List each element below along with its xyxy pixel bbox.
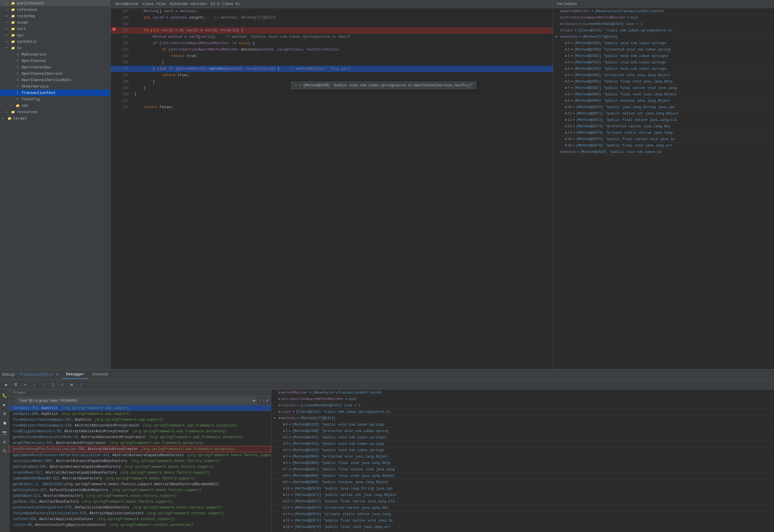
var-item-10[interactable]: ≡ 10 = {Method@2070} "public java.lang.S… <box>553 104 774 110</box>
sidebar-item-myexception[interactable]: CMyException <box>0 51 110 58</box>
debug-icon[interactable]: 🐛 <box>1 392 8 399</box>
frame-item[interactable]: postProcessAfterInitialization:299, Abst… <box>9 446 271 452</box>
var-expand[interactable]: ▼ <box>555 35 560 39</box>
var-item-4[interactable]: ≡ 4 = {Method@2433} "public void com.lub… <box>553 66 774 72</box>
debug-var-item-method[interactable]: ≡ method = {Method@2429} "public void co… <box>271 530 774 532</box>
settings-btn[interactable]: ⋮ <box>77 381 85 388</box>
line-gutter-136[interactable]: → <box>110 66 117 72</box>
run-icon[interactable]: ▶ <box>1 401 8 408</box>
thread-dropdown[interactable]: "main"@1 in group "main": RUNNING <box>15 397 257 404</box>
code-scroll[interactable]: 127 Method[] var9 = methods;128 int var1… <box>110 8 553 369</box>
evaluate-btn[interactable]: ⚡ <box>58 381 66 388</box>
run-to-cursor-btn[interactable]: ⤵ <box>49 381 57 388</box>
var-item-classes[interactable]: ≡ classes = {LinkedHashSet@2424} size = … <box>553 21 774 27</box>
frame-item[interactable]: createBean:517, AbstractAutowireCapableB… <box>9 470 271 476</box>
var-item-0[interactable]: ≡ 0 = {Method@2429} "public void com.lub… <box>553 40 774 47</box>
frame-item[interactable]: getBean:202, AbstractBeanFactory (org.sp… <box>9 499 271 505</box>
sidebar-item-otherservice[interactable]: COtherService <box>0 83 110 90</box>
sidebar-item-target[interactable]: ▶📁target <box>0 115 110 122</box>
debug-var-item-15[interactable]: ≡ 15 = {Method@2075} "public final nativ… <box>271 517 774 524</box>
debug-var-item-12[interactable]: ≡ 12 = {Method@2072} "public final nativ… <box>271 498 774 505</box>
frames-btn[interactable]: ⊞ <box>67 381 76 388</box>
sidebar-item-txconfig[interactable]: CTxConfig <box>0 96 110 102</box>
sidebar-item-spi[interactable]: ▶📁spi <box>0 32 110 38</box>
sidebar-item-rocketmq[interactable]: ▶📁rocketmq <box>0 13 110 19</box>
var-item-15[interactable]: ≡ 15 = {Method@2075} "public final nativ… <box>553 136 774 142</box>
frame-item[interactable]: preInstantiateSingletons:879, DefaultLis… <box>9 505 271 510</box>
sidebar-item-sort[interactable]: ▶📁sort <box>0 26 110 32</box>
frame-item[interactable]: findAdvisorsThatCanApply:126, AbstractAd… <box>9 423 271 429</box>
debug-var-item-7[interactable]: ≡ 7 = {Method@2067} "public final native… <box>271 466 774 473</box>
frame-item[interactable]: lambda$doGetBean$0:323, AbstractBeanFact… <box>9 476 271 481</box>
sidebar-item-operchannel[interactable]: COperChannel <box>0 58 110 64</box>
resume-btn[interactable]: ▶ <box>2 381 10 388</box>
debug-var-item-introductionAwareMethodMatcher[interactable]: ≡ introductionAwareMethodMatcher = null <box>271 396 774 402</box>
vars-scroll[interactable]: ≡ methodMatcher = {BeanFactoryTransactio… <box>553 8 774 369</box>
debug-var-item-classes[interactable]: ≡ classes = {LinkedHashSet@2424} size = … <box>271 402 774 409</box>
frame-item[interactable]: finishBeanFactoryInitialization:878, Abs… <box>9 510 271 516</box>
plugin-icon[interactable]: 🔌 <box>1 448 8 455</box>
gear-icon[interactable]: ⚙ <box>1 438 8 445</box>
var-item-5[interactable]: ≡ 5 = {Method@2065} "protected void java… <box>553 72 774 78</box>
debug-var-item-14[interactable]: ≡ 14 = {Method@2074} "private static nat… <box>271 511 774 517</box>
var-item-3[interactable]: ≡ 3 = {Method@2432} "public void com.lub… <box>553 59 774 66</box>
step-into-btn[interactable]: ↓ <box>30 381 38 388</box>
var-item-12[interactable]: ≡ 12 = {Method@2072} "public final nativ… <box>553 117 774 123</box>
debug-var-item-10[interactable]: ≡ 10 = {Method@2070} "public java.lang.S… <box>271 485 774 492</box>
var-item-6[interactable]: ≡ 6 = {Method@2066} "public final void j… <box>553 78 774 85</box>
var-expand[interactable]: ▼ <box>274 416 278 420</box>
debug-var-item-1[interactable]: ≡ 1 = {Method@2430} "protected void com.… <box>271 428 774 434</box>
sidebar-item-operchannelservice[interactable]: COperChannelService <box>0 70 110 77</box>
var-item-method[interactable]: ≡ method = {Method@2429} "public void co… <box>553 149 774 155</box>
debug-var-item-2[interactable]: ≡ 2 = {Method@2431} "public void com.lub… <box>271 434 774 441</box>
var-item-methodMatcher[interactable]: ≡ methodMatcher = {BeanFactoryTransactio… <box>553 8 774 15</box>
pause-side-icon[interactable]: ⏸ <box>1 410 8 417</box>
debug-var-item-methodMatcher[interactable]: ≡ methodMatcher = {BeanFactoryTransactio… <box>271 390 774 396</box>
tab-debugger[interactable]: Debugger <box>62 370 88 379</box>
line-gutter-130[interactable] <box>110 27 117 31</box>
debug-var-item-clazz[interactable]: ≡ clazz = {Class@2141} "class com.luban.… <box>271 409 774 415</box>
thread-up-btn[interactable]: ↑ <box>259 398 261 403</box>
step-over-btn[interactable]: ↷ <box>21 381 29 388</box>
var-item-introductionAwareMethodMatcher[interactable]: ≡ introductionAwareMethodMatcher = null <box>553 15 774 21</box>
debug-close[interactable]: × <box>56 372 58 377</box>
debug-var-item-4[interactable]: ≡ 4 = {Method@2433} "public void com.lub… <box>271 447 774 454</box>
pause-btn[interactable]: ⏸ <box>12 381 20 388</box>
debug-var-item-0[interactable]: ≡ 0 = {Method@2429} "public void com.lub… <box>271 422 774 428</box>
frame-item[interactable]: findEligibleAdvisors:95, AbstractAdvisor… <box>9 429 271 434</box>
debug-var-item-3[interactable]: ≡ 3 = {Method@2432} "public void com.lub… <box>271 441 774 447</box>
debug-var-item-16[interactable]: ≡ 16 = {Method@2076} "public final void … <box>271 524 774 530</box>
debug-var-item-methods[interactable]: ▼ ≡ methods = {Method[17]@2423} <box>271 415 774 422</box>
sidebar-item-reference[interactable]: ▶📁reference <box>0 6 110 13</box>
debug-var-item-11[interactable]: ≡ 11 = {Method@2071} "public native int … <box>271 492 774 498</box>
frame-item[interactable]: findAdvisorsThatCanApply:321, AopUtils (… <box>9 417 271 423</box>
var-item-11[interactable]: ≡ 11 = {Method@2071} "public native int … <box>553 110 774 117</box>
frame-item[interactable]: refresh:550, AbstractApplicationContext … <box>9 516 271 522</box>
sidebar-item-scope[interactable]: ▶📁scope <box>0 19 110 26</box>
var-item-14[interactable]: ≡ 14 = {Method@2074} "private static nat… <box>553 130 774 136</box>
stop-icon[interactable]: ⏹ <box>1 420 8 427</box>
sidebar-item-transactiontest[interactable]: CTransactionTest <box>0 90 110 96</box>
var-item-clazz[interactable]: ≡ clazz = {Class@2141} "class com.luban.… <box>553 27 774 34</box>
sidebar-item-operchannelservicenotx[interactable]: COperChannelServiceNoTx <box>0 77 110 83</box>
sidebar-item-tx[interactable]: ▼📁tx <box>0 45 110 51</box>
frames-list[interactable]: canApply:252, AopUtils (org.springframew… <box>9 405 271 532</box>
frame-item[interactable]: doGetBean:321, AbstractBeanFactory (org.… <box>9 493 271 499</box>
debug-vars-panel[interactable]: ≡ methodMatcher = {BeanFactoryTransactio… <box>271 390 774 532</box>
debug-var-item-5[interactable]: ≡ 5 = {Method@2065} "protected void java… <box>271 454 774 460</box>
sidebar-item-resources[interactable]: ▶📁resources <box>0 109 110 115</box>
debug-var-item-8[interactable]: ≡ 8 = {Method@2068} "public final void j… <box>271 473 774 479</box>
frame-item[interactable]: canApply:289, AopUtils (org.springframew… <box>9 411 271 417</box>
thread-down-btn[interactable]: ↓ <box>263 398 265 403</box>
frame-item[interactable]: <init>:89, AnnotationConfigApplicationCo… <box>9 522 271 528</box>
frame-item[interactable]: getObject:-1, 2044215423 (org.springfram… <box>9 481 271 487</box>
debug-var-item-13[interactable]: ≡ 13 = {Method@2073} "protected native j… <box>271 505 774 511</box>
var-item-16[interactable]: ≡ 16 = {Method@2076} "public final void … <box>553 142 774 149</box>
var-item-7[interactable]: ≡ 7 = {Method@2067} "public final native… <box>553 85 774 91</box>
debug-var-item-9[interactable]: ≡ 9 = {Method@2069} "public boolean java… <box>271 479 774 485</box>
frame-item[interactable]: getAdvicesAndAdvisorsForBean:76, Abstrac… <box>9 434 271 440</box>
var-item-13[interactable]: ≡ 13 = {Method@2073} "protected native j… <box>553 123 774 130</box>
frame-item[interactable]: doCreateBean:595, AbstractAutowireCapabl… <box>9 464 271 470</box>
thread-filter-btn[interactable]: ▽ <box>266 398 269 403</box>
var-item-2[interactable]: ≡ 2 = {Method@2431} "public void com.lub… <box>553 53 774 59</box>
